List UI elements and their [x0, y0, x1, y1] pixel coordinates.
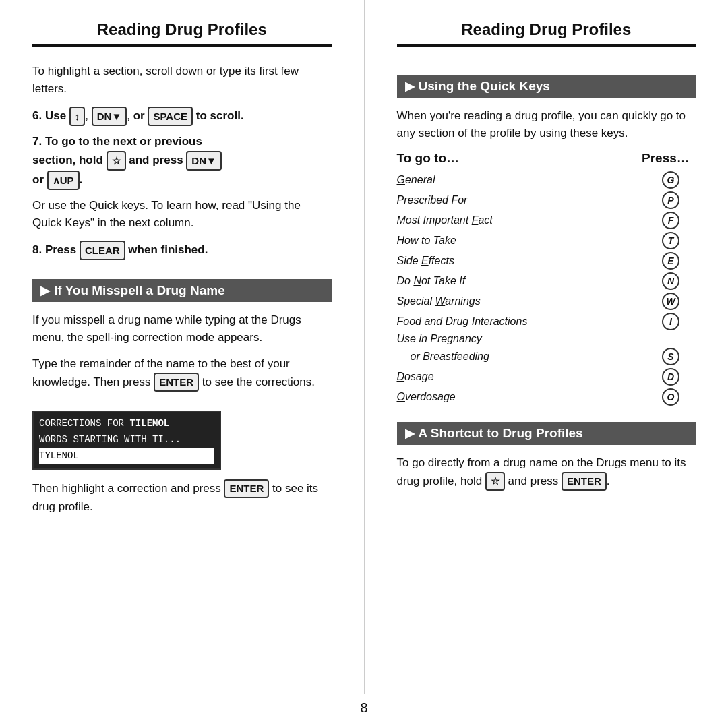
- quick-keys-arrow-icon: ▶: [405, 79, 415, 94]
- star-key-2: ☆: [485, 472, 505, 491]
- misspell-p2-before: Type the remainder of the name to the be…: [32, 355, 332, 392]
- goto-header: To go to…: [397, 151, 460, 166]
- row-overdosage: Overdosage O: [397, 387, 696, 407]
- w-key: W: [662, 293, 679, 310]
- page-number: 8: [0, 694, 728, 728]
- row-breastfeeding: or Breastfeeding S: [397, 346, 696, 367]
- row-sideeffects: Side Effects E: [397, 251, 696, 271]
- intro-text: To highlight a section, scroll down or t…: [32, 63, 332, 97]
- d-key: D: [662, 368, 679, 386]
- item-8-text: 8. Press CLEAR when finished.: [32, 243, 208, 256]
- misspell-arrow-icon: ▶: [40, 283, 50, 298]
- row-interactions-key: I: [662, 313, 696, 330]
- row-howtotake-label: How to Take: [397, 235, 663, 247]
- o-key: O: [662, 388, 679, 406]
- row-important-key: F: [662, 212, 696, 229]
- row-donottake-label: Do Not Take If: [397, 275, 663, 287]
- row-breastfeeding-key: S: [662, 348, 696, 365]
- row-general: General G: [397, 170, 696, 190]
- n-key: N: [662, 272, 679, 290]
- row-donottake-key: N: [662, 272, 696, 290]
- row-overdosage-key: O: [662, 388, 696, 406]
- left-column: Reading Drug Profiles To highlight a sec…: [0, 0, 365, 694]
- press-header: Press…: [642, 151, 696, 166]
- star-key: ☆: [107, 151, 126, 171]
- clear-key: CLEAR: [80, 241, 125, 260]
- row-howtotake: How to Take T: [397, 231, 696, 251]
- columns: Reading Drug Profiles To highlight a sec…: [0, 0, 728, 694]
- row-pregnancy: Use in Pregnancy: [397, 332, 696, 346]
- s-key: S: [662, 348, 679, 365]
- row-overdosage-label: Overdosage: [397, 391, 663, 403]
- corrections-box: CORRECTIONS FOR TILEMOL WORDS STARTING W…: [32, 411, 221, 469]
- misspell-header: ▶ If You Misspell a Drug Name: [32, 279, 332, 302]
- item-8: 8. Press CLEAR when finished.: [32, 241, 332, 260]
- row-sideeffects-key: E: [662, 252, 696, 270]
- table-headers: To go to… Press…: [397, 151, 696, 166]
- row-warnings-label: Special Warnings: [397, 295, 663, 307]
- row-donottake: Do Not Take If N: [397, 271, 696, 291]
- right-header: Reading Drug Profiles: [397, 20, 696, 47]
- row-prescribed-label: Prescribed For: [397, 194, 663, 206]
- quick-keys-intro: When you're reading a drug profile, you …: [397, 107, 696, 142]
- quick-keys-header: ▶ Using the Quick Keys: [397, 75, 696, 98]
- g-key: G: [662, 171, 679, 189]
- dn2-key: DN▼: [186, 151, 222, 171]
- enter-key-2: ENTER: [224, 479, 269, 499]
- item-6-scroll: to scroll.: [196, 109, 244, 122]
- row-important-label: Most Important Fact: [397, 214, 663, 226]
- row-general-label: General: [397, 174, 663, 186]
- t-key: T: [662, 232, 679, 249]
- enter-key-1: ENTER: [154, 373, 199, 392]
- right-column: Reading Drug Profiles ▶ Using the Quick …: [365, 0, 729, 694]
- i-key: I: [662, 313, 679, 330]
- space-key: SPACE: [148, 107, 193, 126]
- row-interactions-label: Food and Drug Interactions: [397, 315, 663, 328]
- row-prescribed: Prescribed For P: [397, 190, 696, 210]
- shortcut-header: ▶ A Shortcut to Drug Profiles: [397, 422, 696, 445]
- f-key: F: [662, 212, 679, 229]
- dn-key: DN▼: [92, 107, 127, 126]
- row-breastfeeding-label: or Breastfeeding: [397, 351, 663, 363]
- row-interactions: Food and Drug Interactions I: [397, 311, 696, 332]
- after-corrections: Then highlight a correction and press EN…: [32, 479, 332, 516]
- p-key: P: [662, 191, 679, 209]
- up-key: ∧UP: [47, 171, 80, 190]
- item-7-cont: Or use the Quick keys. To learn how, rea…: [32, 197, 332, 231]
- enter-key-3: ENTER: [562, 472, 607, 491]
- scroll-down-key: ↕: [69, 107, 86, 126]
- row-howtotake-key: T: [662, 232, 696, 249]
- item-6-or: or: [133, 109, 148, 122]
- misspell-header-text: If You Misspell a Drug Name: [54, 283, 225, 298]
- row-prescribed-key: P: [662, 191, 696, 209]
- row-sideeffects-label: Side Effects: [397, 255, 663, 267]
- row-important: Most Important Fact F: [397, 210, 696, 231]
- corrections-line3: TYLENOL: [39, 448, 214, 464]
- shortcut-header-text: A Shortcut to Drug Profiles: [419, 426, 583, 441]
- page-container: Reading Drug Profiles To highlight a sec…: [0, 0, 728, 728]
- item-7: 7. To go to the next or previous section…: [32, 133, 332, 190]
- row-dosage-key: D: [662, 368, 696, 386]
- row-warnings-key: W: [662, 293, 696, 310]
- e-key: E: [662, 252, 679, 270]
- quick-keys-header-text: Using the Quick Keys: [419, 79, 550, 94]
- item-6: 6. Use ↕, DN▼, or SPACE to scroll.: [32, 107, 332, 126]
- shortcut-text: To go directly from a drug name on the D…: [397, 454, 696, 491]
- misspell-p1: If you misspell a drug name while typing…: [32, 311, 332, 346]
- drug-name-bold: TILEMOL: [129, 418, 169, 429]
- corrections-line1: CORRECTIONS FOR TILEMOL: [39, 418, 169, 429]
- row-warnings: Special Warnings W: [397, 291, 696, 311]
- row-dosage: Dosage D: [397, 367, 696, 387]
- row-general-key: G: [662, 171, 696, 189]
- item-7-text: 7. To go to the next or previous section…: [32, 135, 222, 186]
- row-pregnancy-label: Use in Pregnancy: [397, 333, 663, 345]
- left-header: Reading Drug Profiles: [32, 20, 332, 47]
- corrections-line2: WORDS STARTING WITH TI...: [39, 434, 181, 445]
- shortcut-arrow-icon: ▶: [405, 426, 415, 441]
- item-6-num: 6. Use: [32, 109, 69, 122]
- row-dosage-label: Dosage: [397, 371, 663, 383]
